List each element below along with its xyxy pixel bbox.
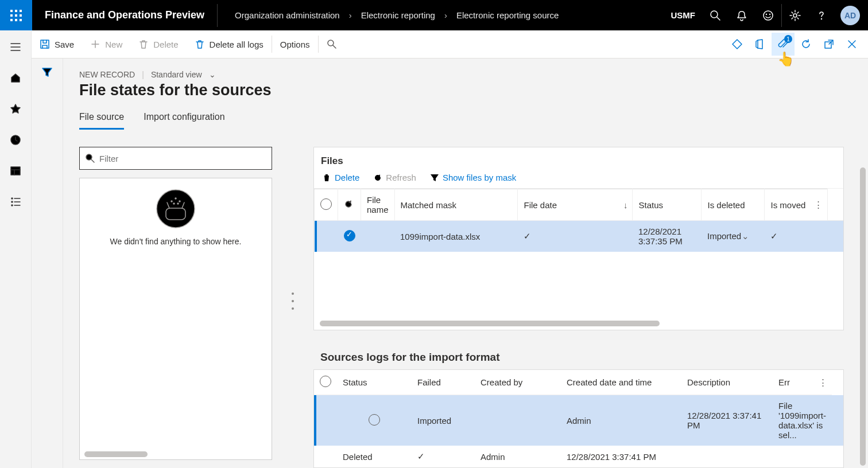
hamburger-icon xyxy=(10,42,21,52)
workspaces-icon xyxy=(10,165,21,177)
svg-rect-0 xyxy=(10,10,13,12)
breadcrumb: Organization administration › Electronic… xyxy=(218,10,559,20)
more-options-icon[interactable]: ⋮ xyxy=(814,200,823,210)
cell-created-by: Admin xyxy=(561,395,681,446)
svg-point-33 xyxy=(11,201,13,202)
menu-toggle[interactable] xyxy=(0,38,32,56)
files-refresh-button[interactable]: Refresh xyxy=(373,173,416,182)
view-name[interactable]: Standard view xyxy=(151,70,202,79)
scrollbar-horizontal[interactable] xyxy=(84,451,148,457)
delete-button[interactable]: Delete xyxy=(130,30,186,58)
rail-workspaces[interactable] xyxy=(0,162,32,180)
search-in-page-button[interactable] xyxy=(319,30,345,58)
close-button[interactable] xyxy=(840,33,863,56)
files-row[interactable]: 1099import-data.xlsx ✓ 12/28/2021 3:37:3… xyxy=(315,221,844,252)
refresh-button[interactable] xyxy=(795,33,817,56)
new-button[interactable]: New xyxy=(82,30,130,58)
rail-recent[interactable] xyxy=(0,131,32,149)
cell-is-moved xyxy=(828,221,843,252)
col-is-moved[interactable]: Is moved⋮ xyxy=(765,189,828,221)
breadcrumb-item[interactable]: Organization administration xyxy=(235,10,340,20)
col-created-by[interactable]: Created by xyxy=(475,370,561,395)
cell-failed: ✓ xyxy=(412,446,475,467)
empty-message: We didn't find anything to show here. xyxy=(110,237,242,246)
user-avatar[interactable]: AD xyxy=(840,6,860,25)
col-failed[interactable]: Failed xyxy=(412,370,475,395)
search-icon xyxy=(327,39,337,49)
tab-import-config[interactable]: Import configuration xyxy=(144,112,224,130)
clock-icon xyxy=(10,134,21,146)
smile-button[interactable] xyxy=(755,0,781,30)
col-created-date[interactable]: Created date and time xyxy=(561,370,681,395)
col-is-deleted[interactable]: Is deleted xyxy=(702,189,765,221)
svg-rect-5 xyxy=(20,14,22,17)
col-file-date[interactable]: File date xyxy=(518,189,633,221)
col-status[interactable]: Status xyxy=(337,370,412,395)
row-checkbox[interactable] xyxy=(344,230,355,241)
waffle-button[interactable] xyxy=(0,0,32,30)
help-button[interactable] xyxy=(808,0,835,30)
popout-button[interactable] xyxy=(817,33,840,56)
filter-pane-toggle[interactable] xyxy=(41,67,53,468)
settings-button[interactable] xyxy=(782,0,808,30)
svg-line-38 xyxy=(91,159,94,162)
plus-icon xyxy=(90,39,100,49)
delete-all-logs-button[interactable]: Delete all logs xyxy=(187,30,272,58)
col-status[interactable]: Status xyxy=(633,189,702,221)
chevron-down-icon[interactable]: ⌄ xyxy=(209,70,216,79)
empty-box-icon xyxy=(156,189,196,229)
breadcrumb-item[interactable]: Electronic reporting source xyxy=(456,10,559,20)
options-button[interactable]: Options xyxy=(272,30,318,58)
col-description[interactable]: Description xyxy=(681,370,773,395)
cell-status[interactable]: Imported ⌄ xyxy=(702,221,765,252)
logs-row[interactable]: Deleted ✓ Admin 12/28/2021 3:37:41 PM xyxy=(314,446,843,467)
cell-status: Deleted xyxy=(337,446,412,467)
files-toolbar: Delete Refresh Show files by mask xyxy=(314,173,843,189)
scrollbar-vertical[interactable] xyxy=(860,167,866,466)
save-icon xyxy=(40,39,50,49)
show-files-by-mask-button[interactable]: Show files by mask xyxy=(430,173,516,182)
svg-rect-8 xyxy=(20,19,22,21)
attachments-button[interactable]: 1 xyxy=(772,33,795,56)
col-matched-mask[interactable]: Matched mask xyxy=(394,189,518,221)
svg-rect-7 xyxy=(15,19,17,21)
file-source-pane: We didn't find anything to show here. xyxy=(79,134,272,468)
rail-modules[interactable] xyxy=(0,193,32,210)
trash-icon xyxy=(322,173,331,182)
filter-input[interactable] xyxy=(99,154,266,163)
svg-point-43 xyxy=(173,203,175,204)
svg-rect-1 xyxy=(15,10,17,12)
rail-favorites[interactable] xyxy=(0,100,32,118)
more-options-icon[interactable]: ⋮ xyxy=(819,377,827,388)
search-button[interactable] xyxy=(702,0,728,30)
save-button[interactable]: Save xyxy=(32,30,82,58)
scrollbar-horizontal[interactable] xyxy=(320,321,660,326)
splitter[interactable] xyxy=(289,134,296,468)
help-icon xyxy=(816,10,827,21)
trash-icon xyxy=(138,39,149,49)
col-filename[interactable]: File name xyxy=(361,189,395,221)
page-title: File states for the sources xyxy=(79,81,852,99)
col-select[interactable] xyxy=(315,189,338,221)
delete-label: Delete xyxy=(153,40,178,49)
company-code[interactable]: USMF xyxy=(671,10,703,20)
refresh-icon xyxy=(373,173,382,182)
col-err[interactable]: Err⋮ xyxy=(773,370,832,395)
tab-file-source[interactable]: File source xyxy=(79,112,124,130)
col-select[interactable] xyxy=(314,370,337,395)
files-delete-button[interactable]: Delete xyxy=(322,173,359,182)
row-radio[interactable] xyxy=(369,414,380,426)
panel-title: Sources logs for the import format xyxy=(313,343,844,369)
logs-row[interactable]: Imported Admin 12/28/2021 3:37:41 PM Fil… xyxy=(314,395,843,446)
options-label: Options xyxy=(280,40,310,49)
filter-box[interactable] xyxy=(79,147,272,170)
notifications-button[interactable] xyxy=(728,0,755,30)
office-button[interactable] xyxy=(749,33,772,56)
search-icon xyxy=(86,154,95,163)
svg-point-9 xyxy=(711,11,718,18)
dataverse-button[interactable] xyxy=(726,33,749,56)
breadcrumb-item[interactable]: Electronic reporting xyxy=(361,10,435,20)
funnel-icon xyxy=(41,67,53,78)
col-refresh[interactable] xyxy=(338,189,361,221)
rail-home[interactable] xyxy=(0,69,32,87)
